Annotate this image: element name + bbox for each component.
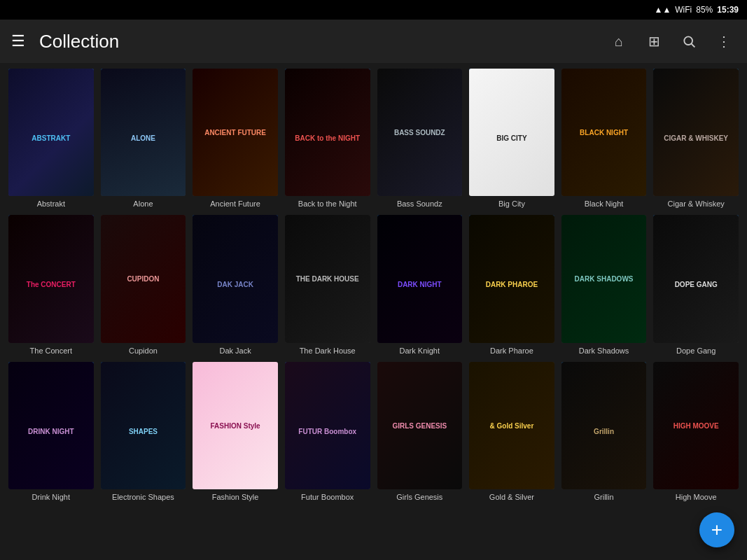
list-item[interactable]: 4K ULTRA HDSHAPESElectronic Shapes [101,362,186,501]
wifi-icon: WiFi [675,5,692,15]
svg-point-0 [684,36,692,45]
top-actions: ⌂ ⊞ ⋮ [607,29,736,53]
card-label: Dark Knight [377,346,463,355]
card-label: The Dark House [285,346,370,355]
list-item[interactable]: 🔵 Blu-rayDRINK NIGHTDrink Night [8,362,94,501]
list-item[interactable]: 🔵 Blu-rayBACK to the NIGHTBack to the Ni… [285,69,370,208]
card-label: Back to the Night [285,200,370,208]
list-item[interactable]: 🔵 Blu-rayCIGAR & WHISKEYCigar & Whiskey [653,69,739,208]
list-item[interactable]: BASS SOUNDZBass Soundz [377,69,463,208]
list-item[interactable]: 4K ULTRA HDBIG CITYBig City [469,69,554,208]
card-label: Dope Gang [653,346,739,355]
list-item[interactable]: & Gold SilverGold & Silver [469,362,554,501]
list-item[interactable]: 4K ULTRA HDFUTUR BoomboxFutur Boombox [285,362,370,501]
list-item[interactable]: ANCIENT FUTUREAncient Future [193,69,278,208]
card-label: Big City [469,200,554,208]
card-label: Electronic Shapes [101,493,186,501]
card-label: Futur Boombox [285,493,370,501]
card-label: Cigar & Whiskey [653,200,739,208]
card-label: High Moove [653,493,739,501]
top-bar: ☰ Collection ⌂ ⊞ ⋮ [0,20,747,63]
list-item[interactable]: 🔵 Blu-rayGrillinGrillin [561,362,647,501]
signal-icon: ▲▲ [655,5,671,15]
list-item[interactable]: 4K ULTRA HDDAK JACKDak Jack [193,215,278,354]
hamburger-icon[interactable]: ☰ [11,32,25,50]
card-label: Drink Night [8,493,94,501]
list-item[interactable]: BLACK NIGHTBlack Night [561,69,647,208]
card-label: The Concert [8,346,94,355]
card-label: Dark Shadows [561,346,647,355]
list-item[interactable]: HIGH MOOVEHigh Moove [653,362,739,501]
card-label: Cupidon [101,346,186,355]
list-item[interactable]: DARK SHADOWSDark Shadows [561,215,647,354]
card-label: Fashion Style [193,493,278,501]
card-label: Black Night [561,200,647,208]
page-title: Collection [39,31,593,52]
list-item[interactable]: 4K ULTRA HDDARK NIGHTDark Knight [377,215,463,354]
list-item[interactable]: 4K ULTRA HDABSTRAKTAbstrakt [8,69,94,208]
time: 15:39 [717,5,739,15]
card-label: Alone [101,200,186,208]
svg-line-1 [692,44,695,48]
fab-add-button[interactable]: + [699,512,734,547]
more-options-button[interactable]: ⋮ [712,29,736,53]
list-item[interactable]: CUPIDONCupidon [101,215,186,354]
list-item[interactable]: 🔵 Blu-rayDOPE GANGDope Gang [653,215,739,354]
grid-container: 4K ULTRA HDABSTRAKTAbstrakt🔵 Blu-rayALON… [0,63,747,560]
grid-view-button[interactable]: ⊞ [642,29,666,53]
card-label: Dak Jack [193,346,278,355]
card-label: Dark Pharoe [469,346,554,355]
media-grid: 4K ULTRA HDABSTRAKTAbstrakt🔵 Blu-rayALON… [8,69,739,501]
search-button[interactable] [677,29,701,53]
card-label: Abstrakt [8,200,94,208]
status-bar: ▲▲ WiFi 85% 15:39 [0,0,747,20]
card-label: Bass Soundz [377,200,463,208]
list-item[interactable]: FASHION StyleFashion Style [193,362,278,501]
list-item[interactable]: 🔵 Blu-rayALONEAlone [101,69,186,208]
battery: 85% [696,5,713,15]
card-label: Ancient Future [193,200,278,208]
card-label: Girls Genesis [377,493,463,501]
list-item[interactable]: THE DARK HOUSEThe Dark House [285,215,370,354]
list-item[interactable]: 4K ULTRA HDDARK PHAROEDark Pharoe [469,215,554,354]
home-button[interactable]: ⌂ [607,29,631,53]
list-item[interactable]: GIRLS GENESISGirls Genesis [377,362,463,501]
card-label: Grillin [561,493,647,501]
list-item[interactable]: 4K ULTRA HDThe CONCERTThe Concert [8,215,94,354]
card-label: Gold & Silver [469,493,554,501]
